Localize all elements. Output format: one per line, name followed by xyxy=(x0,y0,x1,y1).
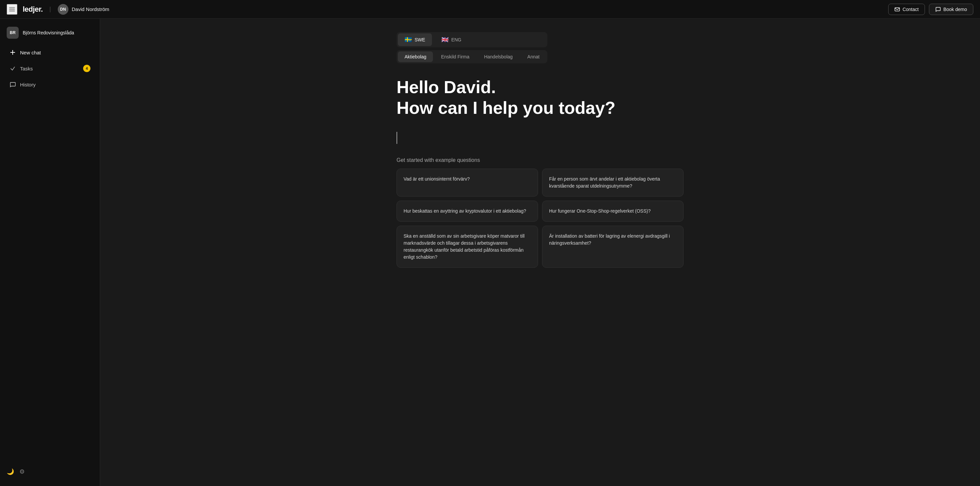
avatar: DN xyxy=(58,4,68,15)
company-selector[interactable]: BR Björns Redovisningslåda xyxy=(0,24,100,45)
book-demo-label: Book demo xyxy=(943,7,967,12)
plus-icon xyxy=(10,49,16,56)
enskild-firma-label: Enskild Firma xyxy=(441,54,469,59)
handelsbolag-label: Handelsbolag xyxy=(484,54,513,59)
sidebar-item-new-chat[interactable]: New chat xyxy=(4,45,96,59)
book-demo-button[interactable]: Book demo xyxy=(929,4,973,15)
swe-flag: 🇸🇪 xyxy=(404,36,412,43)
example-card-q3-text: Hur beskattas en avyttring av kryptovalu… xyxy=(404,208,526,214)
chat-input-area[interactable] xyxy=(396,129,684,147)
tab-handelsbolag[interactable]: Handelsbolag xyxy=(477,51,519,62)
history-icon xyxy=(10,81,16,88)
contact-button[interactable]: Contact xyxy=(888,4,925,15)
sidebar-new-chat-label: New chat xyxy=(20,50,41,56)
example-card-q2-text: Får en person som ärvt andelar i ett akt… xyxy=(549,176,660,189)
greeting-line1: Hello David. xyxy=(396,77,616,97)
example-card-q3[interactable]: Hur beskattas en avyttring av kryptovalu… xyxy=(396,201,538,221)
aktiebolag-label: Aktiebolag xyxy=(404,54,426,59)
svg-rect-0 xyxy=(10,7,15,8)
navbar-divider: | xyxy=(49,6,51,13)
example-section-title: Get started with example questions xyxy=(396,157,684,163)
company-avatar: BR xyxy=(7,27,19,39)
example-card-q6[interactable]: Är installation av batteri för lagring a… xyxy=(542,226,684,268)
greeting-line2: How can I help you today? xyxy=(396,97,616,118)
example-card-q5-text: Ska en anställd som av sin arbetsgivare … xyxy=(404,233,525,260)
sidebar-toggle-button[interactable] xyxy=(7,4,18,15)
content-inner: 🇸🇪 SWE 🇬🇧 ENG Aktiebolag Enskild Firma xyxy=(396,32,684,268)
tab-eng[interactable]: 🇬🇧 ENG xyxy=(434,33,468,46)
sidebar-item-tasks[interactable]: Tasks 4 xyxy=(4,61,96,76)
greeting: Hello David. How can I help you today? xyxy=(396,77,616,118)
chat-icon-nav xyxy=(935,7,940,12)
example-card-q1-text: Vad är ett unionsinternt förvärv? xyxy=(404,176,469,182)
main-content: 🇸🇪 SWE 🇬🇧 ENG Aktiebolag Enskild Firma xyxy=(100,19,980,486)
navbar-actions: Contact Book demo xyxy=(888,4,973,15)
example-section: Get started with example questions Vad ä… xyxy=(396,157,684,268)
annat-label: Annat xyxy=(527,54,540,59)
entity-tab-group: Aktiebolag Enskild Firma Handelsbolag An… xyxy=(396,50,547,64)
tab-annat[interactable]: Annat xyxy=(521,51,546,62)
tab-swe[interactable]: 🇸🇪 SWE xyxy=(398,33,432,46)
tab-enskild-firma[interactable]: Enskild Firma xyxy=(434,51,476,62)
navbar-user: DN David Nordström xyxy=(58,4,110,15)
svg-rect-3 xyxy=(895,8,900,11)
example-card-q1[interactable]: Vad är ett unionsinternt förvärv? xyxy=(396,169,538,197)
example-card-q2[interactable]: Får en person som ärvt andelar i ett akt… xyxy=(542,169,684,197)
text-cursor xyxy=(396,132,397,144)
sidebar-tasks-label: Tasks xyxy=(20,66,33,72)
username: David Nordström xyxy=(72,6,110,12)
svg-rect-1 xyxy=(10,9,15,10)
contact-label: Contact xyxy=(902,7,919,12)
eng-label: ENG xyxy=(451,37,461,42)
example-grid: Vad är ett unionsinternt förvärv? Får en… xyxy=(396,169,684,268)
dark-mode-icon[interactable]: 🌙 xyxy=(7,468,14,475)
tasks-icon xyxy=(10,65,16,72)
company-name: Björns Redovisningslåda xyxy=(23,30,74,35)
sidebar: BR Björns Redovisningslåda New chat xyxy=(0,19,100,486)
swe-label: SWE xyxy=(415,37,425,42)
app-logo: ledjer. xyxy=(23,5,43,14)
sidebar-nav: New chat Tasks 4 History xyxy=(0,45,100,91)
tasks-badge: 4 xyxy=(83,65,91,72)
navbar: ledjer. | DN David Nordström Contact Boo… xyxy=(0,0,980,19)
example-card-q4-text: Hur fungerar One-Stop-Shop-regelverket (… xyxy=(549,208,651,214)
eng-flag: 🇬🇧 xyxy=(441,36,449,43)
sidebar-footer: 🌙 ⚙ xyxy=(0,463,100,481)
example-card-q4[interactable]: Hur fungerar One-Stop-Shop-regelverket (… xyxy=(542,201,684,221)
settings-icon[interactable]: ⚙ xyxy=(19,468,25,475)
sidebar-history-label: History xyxy=(20,82,36,88)
example-card-q6-text: Är installation av batteri för lagring a… xyxy=(549,233,670,246)
language-tab-group: 🇸🇪 SWE 🇬🇧 ENG xyxy=(396,32,547,48)
svg-rect-2 xyxy=(10,11,15,11)
tab-aktiebolag[interactable]: Aktiebolag xyxy=(398,51,433,62)
mail-icon xyxy=(894,7,900,12)
main-layout: BR Björns Redovisningslåda New chat xyxy=(0,19,980,486)
sidebar-item-history[interactable]: History xyxy=(4,77,96,91)
example-card-q5[interactable]: Ska en anställd som av sin arbetsgivare … xyxy=(396,226,538,268)
tab-rows: 🇸🇪 SWE 🇬🇧 ENG Aktiebolag Enskild Firma xyxy=(396,32,547,64)
